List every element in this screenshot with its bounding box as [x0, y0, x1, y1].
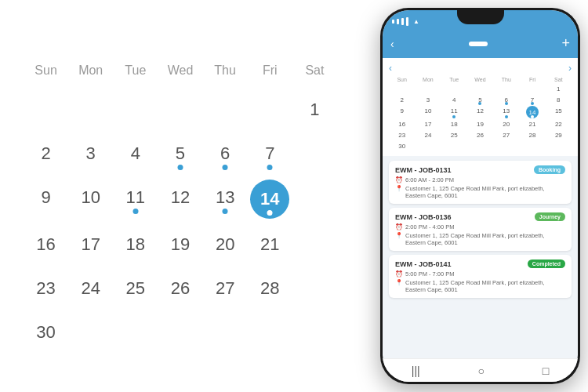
mini-day-cell[interactable]: 7: [519, 95, 545, 105]
mini-day-cell[interactable]: 26: [467, 130, 493, 140]
day-cell-wrapper: 0: [158, 314, 202, 350]
mini-day-cell[interactable]: 14: [526, 106, 539, 118]
day-cell[interactable]: 12: [168, 180, 193, 216]
mini-day-cell[interactable]: 23: [389, 130, 415, 140]
mini-day-cell[interactable]: 10: [415, 106, 441, 118]
back-button[interactable]: ‹: [390, 38, 394, 50]
mini-day-cell[interactable]: 19: [467, 119, 493, 129]
job-card-1[interactable]: EWM - JOB-0136 Journey ⏰ 2:00 PM - 4:00 …: [389, 208, 572, 251]
day-cell[interactable]: 11: [123, 180, 148, 216]
job-card-0[interactable]: EWM - JOB-0131 Booking ⏰ 6:00 AM - 2:00 …: [389, 161, 572, 204]
day-cell-wrapper: 0: [113, 314, 158, 350]
mini-day-cell[interactable]: 28: [519, 130, 545, 140]
wifi-icon: ▲: [413, 18, 419, 25]
day-cell-wrapper: 0: [203, 314, 248, 350]
mini-day-cell[interactable]: 20: [493, 119, 519, 129]
mini-day-cell[interactable]: 5: [467, 95, 493, 105]
mini-day-cell[interactable]: 2: [389, 95, 415, 105]
day-cell[interactable]: 9: [38, 180, 53, 216]
day-cell[interactable]: 27: [212, 270, 238, 307]
weekday-label: Tue: [113, 57, 158, 84]
job-id: EWM - JOB-0141: [395, 260, 452, 268]
day-cell[interactable]: 23: [33, 270, 58, 307]
today-cell[interactable]: 14: [250, 180, 289, 219]
mini-day-cell[interactable]: 29: [546, 130, 572, 140]
day-cell[interactable]: 6: [217, 136, 233, 172]
day-cell[interactable]: 5: [172, 136, 188, 172]
day-cell-wrapper: 3: [68, 136, 113, 172]
mini-day-cell[interactable]: 17: [415, 119, 441, 129]
home-icon[interactable]: ○: [477, 365, 484, 377]
day-cell[interactable]: 20: [212, 227, 238, 263]
day-cell[interactable]: 2: [38, 136, 53, 172]
mini-prev-button[interactable]: ‹: [389, 63, 392, 74]
menu-icon[interactable]: |||: [412, 365, 420, 377]
mini-day-cell[interactable]: 12: [467, 106, 493, 118]
back-icon[interactable]: □: [543, 365, 549, 377]
mini-day-cell[interactable]: 21: [519, 119, 545, 129]
day-cell-wrapper: 30: [24, 314, 68, 350]
mini-day-cell[interactable]: 25: [441, 130, 467, 140]
mini-day-cell: [493, 84, 519, 94]
day-cell[interactable]: 13: [212, 180, 238, 216]
day-cell[interactable]: 4: [128, 136, 143, 172]
day-cell[interactable]: 1: [307, 92, 322, 128]
job-card-2[interactable]: EWM - JOB-0141 Completed ⏰ 5:00 PM - 7:0…: [389, 255, 572, 298]
day-cell[interactable]: 28: [257, 270, 282, 307]
mini-day-cell[interactable]: 18: [441, 119, 467, 129]
day-cell-wrapper: 0: [248, 92, 292, 128]
mini-cal-header: ‹ ›: [389, 63, 572, 74]
day-cell[interactable]: 26: [168, 270, 193, 307]
job-location: 📍 Customer 1, 125 Cape Road Mill Park, p…: [395, 232, 565, 246]
mini-day-cell[interactable]: 30: [389, 141, 415, 151]
weekday-label: Wed: [158, 57, 202, 84]
pin-icon: 📍: [395, 279, 403, 286]
weekday-label: Sun: [24, 57, 68, 84]
day-cell-wrapper: 0: [158, 92, 202, 128]
mini-day-cell[interactable]: 22: [546, 119, 572, 129]
job-badge: Booking: [534, 165, 565, 174]
mini-day-cell[interactable]: 6: [493, 95, 519, 105]
mini-next-button[interactable]: ›: [568, 63, 572, 74]
mini-day-cell[interactable]: 1: [546, 84, 572, 94]
job-list: EWM - JOB-0131 Booking ⏰ 6:00 AM - 2:00 …: [383, 156, 578, 303]
mini-day-cell[interactable]: 16: [389, 119, 415, 129]
mini-day-cell[interactable]: 24: [415, 130, 441, 140]
mini-day-cell: [441, 141, 467, 151]
mini-day-cell: [467, 141, 493, 151]
day-cell[interactable]: 30: [33, 314, 58, 350]
mini-day-cell[interactable]: 8: [546, 95, 572, 105]
day-cell[interactable]: 16: [33, 227, 58, 263]
day-cell[interactable]: 17: [78, 227, 103, 263]
add-job-button[interactable]: +: [561, 35, 570, 52]
mini-day-cell[interactable]: 4: [441, 95, 467, 105]
mini-weekday-label: Wed: [467, 77, 493, 82]
calendar-section: SunMonTueWedThuFriSat 000000123456709101…: [0, 26, 361, 366]
user-pill[interactable]: [469, 42, 488, 46]
day-cell-wrapper: 25: [113, 270, 158, 307]
mini-calendar: ‹ › SunMonTueWedThuFriSat 12345678910111…: [383, 58, 578, 156]
weekday-label: Sat: [292, 57, 337, 84]
mini-day-cell[interactable]: 11: [441, 106, 467, 118]
mini-day-cell[interactable]: 3: [415, 95, 441, 105]
mini-day-cell: [415, 141, 441, 151]
day-cell[interactable]: 21: [257, 227, 282, 263]
mini-day-cell[interactable]: 13: [493, 106, 519, 118]
signal-bar-4: [406, 17, 408, 26]
day-cell[interactable]: 24: [78, 270, 103, 307]
day-cell[interactable]: 25: [123, 270, 148, 307]
day-cell[interactable]: 3: [83, 136, 99, 172]
day-cell[interactable]: 10: [78, 180, 103, 216]
day-cell[interactable]: 7: [262, 136, 278, 172]
mini-event-dot: [452, 115, 456, 118]
day-cell-wrapper: 4: [113, 136, 158, 172]
day-cell-wrapper: 12: [158, 180, 202, 219]
job-location: 📍 Customer 1, 125 Cape Road Mill Park, p…: [395, 185, 565, 199]
mini-day-cell[interactable]: 15: [546, 106, 572, 118]
mini-day-cell[interactable]: 27: [493, 130, 519, 140]
day-cell[interactable]: 18: [123, 227, 148, 263]
mini-event-dot: [478, 102, 481, 105]
calendar-weekdays: SunMonTueWedThuFriSat: [24, 57, 337, 84]
day-cell[interactable]: 19: [168, 227, 193, 263]
mini-day-cell[interactable]: 9: [389, 106, 415, 118]
